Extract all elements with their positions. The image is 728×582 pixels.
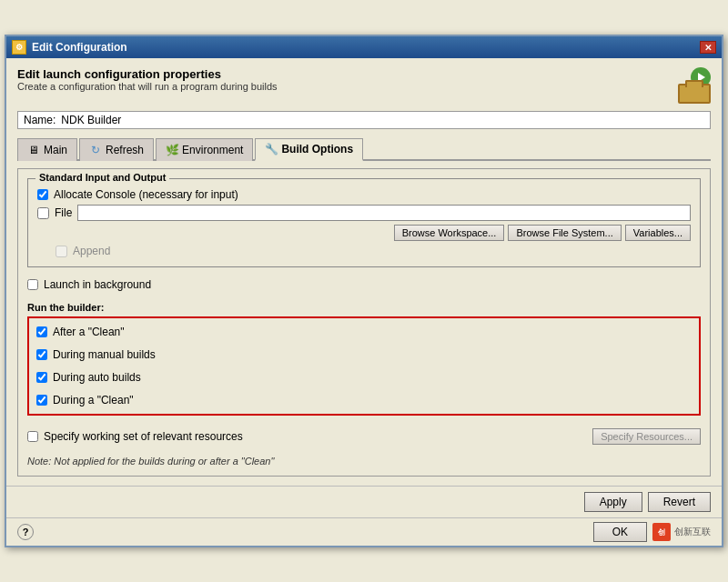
- file-label: File: [55, 206, 72, 219]
- allocate-console-row: Allocate Console (necessary for input): [37, 188, 691, 201]
- window-title: Edit Configuration: [32, 41, 127, 54]
- dialog-title: Edit launch configuration properties: [17, 67, 278, 81]
- background-row: Launch in background: [27, 278, 701, 291]
- tab-bar: 🖥 Main ↻ Refresh 🌿 Environment 🔧 Build O…: [17, 136, 711, 161]
- standard-io-title: Standard Input and Output: [35, 172, 169, 183]
- during-clean-checkbox[interactable]: [36, 395, 47, 406]
- header-section: Edit launch configuration properties Cre…: [17, 67, 711, 104]
- allocate-console-checkbox[interactable]: [37, 189, 48, 200]
- build-tab-icon: 🔧: [265, 143, 278, 156]
- ok-button[interactable]: OK: [593, 522, 647, 542]
- builder-label: Run the builder:: [27, 302, 701, 313]
- specify-checkbox[interactable]: [27, 431, 38, 442]
- append-label: Append: [73, 245, 110, 257]
- browse-filesystem-button[interactable]: Browse File System...: [508, 225, 621, 241]
- main-content: Standard Input and Output Allocate Conso…: [17, 168, 711, 477]
- title-bar: ⚙ Edit Configuration ✕: [6, 36, 722, 58]
- builder-group: After a "Clean" During manual builds Dur…: [27, 316, 701, 416]
- main-tab-icon: 🖥: [27, 144, 40, 156]
- standard-io-group: Standard Input and Output Allocate Conso…: [27, 178, 701, 267]
- builder-option-0: After a "Clean": [36, 326, 692, 338]
- background-label: Launch in background: [44, 278, 151, 291]
- brand-label: 创新互联: [674, 526, 711, 538]
- help-button[interactable]: ?: [17, 524, 34, 540]
- header-icon: [667, 67, 711, 104]
- brand-section: 创 创新互联: [652, 523, 711, 541]
- after-clean-label: After a "Clean": [53, 326, 125, 338]
- footer-right: OK 创 创新互联: [593, 522, 711, 542]
- tab-build-options[interactable]: 🔧 Build Options: [255, 138, 363, 161]
- tab-environment[interactable]: 🌿 Environment: [156, 138, 253, 161]
- note-text: Note: Not applied for the builds during …: [27, 456, 701, 467]
- background-checkbox[interactable]: [27, 279, 38, 290]
- apply-button[interactable]: Apply: [584, 492, 642, 512]
- browse-row: Browse Workspace... Browse File System..…: [37, 225, 691, 241]
- refresh-tab-icon: ↻: [89, 144, 102, 156]
- environment-tab-icon: 🌿: [166, 144, 178, 156]
- brand-logo: 创: [652, 523, 671, 541]
- file-input[interactable]: [77, 205, 691, 221]
- builder-option-2: During auto builds: [36, 371, 692, 384]
- tab-refresh-label: Refresh: [106, 144, 144, 156]
- title-bar-left: ⚙ Edit Configuration: [12, 40, 127, 55]
- after-clean-checkbox[interactable]: [36, 326, 47, 337]
- append-row: Append: [37, 245, 691, 257]
- builder-option-1: During manual builds: [36, 348, 692, 361]
- during-clean-label: During a "Clean": [53, 394, 134, 406]
- dialog-subtitle: Create a configuration that will run a p…: [17, 81, 278, 92]
- file-checkbox[interactable]: [37, 207, 49, 219]
- footer: ? OK 创 创新互联: [6, 517, 722, 546]
- name-value: NDK Builder: [61, 114, 704, 126]
- bottom-buttons: Apply Revert: [6, 486, 722, 517]
- specify-resources-button[interactable]: Specify Resources...: [592, 428, 701, 445]
- builder-option-3: During a "Clean": [36, 394, 692, 406]
- tab-main-label: Main: [44, 144, 67, 156]
- file-row: File: [37, 205, 691, 221]
- window-icon: ⚙: [12, 40, 26, 55]
- main-window: ⚙ Edit Configuration ✕ Edit launch confi…: [5, 35, 723, 547]
- specify-label: Specify working set of relevant resource…: [44, 430, 243, 443]
- name-row: Name: NDK Builder: [17, 111, 711, 129]
- variables-button[interactable]: Variables...: [625, 225, 691, 241]
- builder-section: Run the builder: After a "Clean" During …: [27, 302, 701, 416]
- auto-builds-checkbox[interactable]: [36, 372, 47, 383]
- manual-builds-label: During manual builds: [53, 348, 156, 361]
- auto-builds-label: During auto builds: [53, 371, 141, 384]
- revert-button[interactable]: Revert: [648, 492, 711, 512]
- tab-build-options-label: Build Options: [281, 143, 353, 156]
- append-checkbox[interactable]: [56, 246, 67, 257]
- close-button[interactable]: ✕: [700, 41, 716, 54]
- tab-environment-label: Environment: [182, 144, 243, 156]
- specify-row: Specify working set of relevant resource…: [27, 426, 701, 447]
- header-text: Edit launch configuration properties Cre…: [17, 67, 278, 92]
- specify-checkbox-row: Specify working set of relevant resource…: [27, 430, 243, 443]
- manual-builds-checkbox[interactable]: [36, 349, 47, 360]
- allocate-console-label: Allocate Console (necessary for input): [54, 188, 238, 201]
- toolbox-icon: [678, 84, 711, 104]
- tab-main[interactable]: 🖥 Main: [17, 138, 77, 161]
- browse-workspace-button[interactable]: Browse Workspace...: [394, 225, 505, 241]
- tab-refresh[interactable]: ↻ Refresh: [79, 138, 154, 161]
- name-label: Name:: [24, 114, 56, 126]
- window-body: Edit launch configuration properties Cre…: [6, 58, 722, 486]
